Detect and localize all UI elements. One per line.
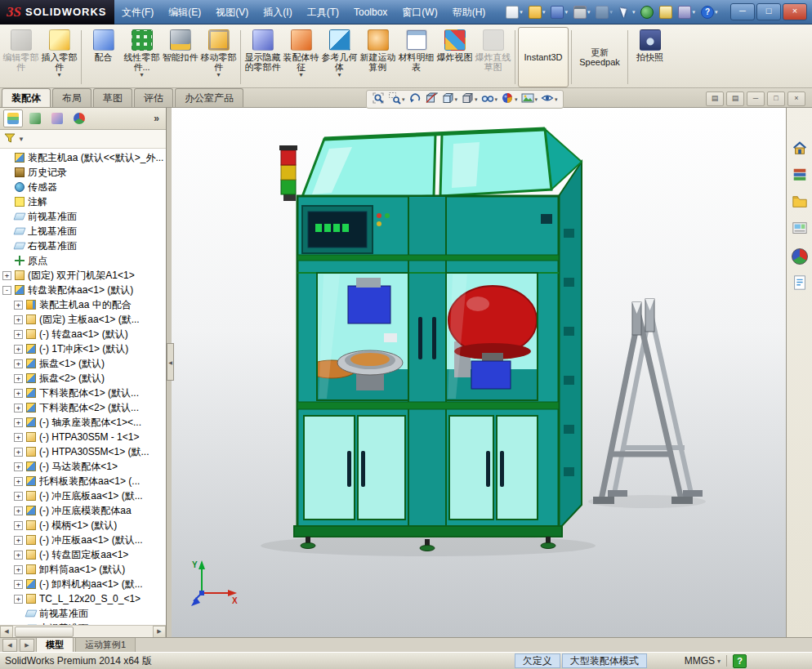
expand-toggle[interactable]: + bbox=[14, 418, 23, 427]
ribbon-assembly-features[interactable]: 装配体特征▾ bbox=[282, 27, 320, 87]
ribbon-take-snapshot[interactable]: 拍快照 bbox=[631, 27, 669, 87]
doc-restore-button[interactable]: □ bbox=[767, 91, 785, 106]
maximize-button[interactable]: □ bbox=[756, 3, 781, 20]
menu-item[interactable]: Toolbox bbox=[346, 0, 395, 25]
custom-properties-button[interactable] bbox=[789, 274, 810, 293]
ribbon-explode-line-sketch[interactable]: 爆炸直线草图 bbox=[474, 27, 512, 87]
ribbon-smart-fasteners[interactable]: 智能扣件 bbox=[161, 27, 199, 87]
expand-toggle[interactable]: + bbox=[14, 301, 23, 310]
scrollbar-thumb[interactable] bbox=[15, 627, 74, 637]
filter-dropdown-icon[interactable]: ▼ bbox=[18, 136, 25, 143]
undo-button[interactable]: ▾ bbox=[594, 5, 614, 20]
tree-item[interactable]: 上视基准面 bbox=[0, 224, 166, 239]
scroll-left-icon[interactable]: ◀ bbox=[0, 626, 13, 638]
tree-item[interactable]: 前视基准面 bbox=[0, 606, 166, 621]
configurationmanager-tab[interactable] bbox=[47, 109, 67, 127]
filter-icon[interactable] bbox=[4, 132, 16, 146]
expand-toggle[interactable]: + bbox=[14, 580, 23, 589]
command-tab[interactable]: 办公室产品 bbox=[175, 88, 243, 107]
expand-toggle[interactable]: + bbox=[14, 477, 23, 486]
machine-model[interactable] bbox=[261, 129, 596, 556]
ribbon-edit-component[interactable]: 编辑零部件 bbox=[2, 27, 40, 87]
tree-item[interactable]: 传感器 bbox=[0, 180, 166, 194]
tree-item[interactable]: +振盘<2> (默认) bbox=[0, 371, 166, 386]
design-library-button[interactable] bbox=[789, 166, 810, 185]
menu-item[interactable]: 文件(F) bbox=[114, 0, 161, 25]
section-view-button[interactable] bbox=[424, 91, 439, 108]
expand-toggle[interactable]: + bbox=[14, 536, 23, 545]
tree-item[interactable]: 原点 bbox=[0, 253, 166, 268]
tree-item[interactable]: 注解 bbox=[0, 194, 166, 209]
tree-item[interactable]: +(-) 冲压底模装配体aa bbox=[0, 503, 166, 518]
ribbon-show-hidden-components[interactable]: 显示隐藏的零部件 bbox=[243, 27, 282, 87]
menu-item[interactable]: 帮助(H) bbox=[445, 0, 493, 25]
view-palette-button[interactable] bbox=[789, 220, 810, 239]
expand-toggle[interactable]: + bbox=[14, 389, 23, 398]
propertymanager-tab[interactable] bbox=[25, 109, 45, 127]
ribbon-bill-of-materials[interactable]: 材料明细表 bbox=[397, 27, 435, 87]
a-frame-stand[interactable] bbox=[588, 299, 706, 508]
expand-toggle[interactable]: + bbox=[14, 448, 23, 457]
displaymanager-tab[interactable] bbox=[69, 109, 89, 127]
units-selector[interactable]: MMGS ▾ bbox=[685, 655, 721, 667]
tree-item[interactable]: 右视基准面 bbox=[0, 239, 166, 253]
view-orientation-button[interactable]: ▾ bbox=[440, 91, 459, 108]
tree-item[interactable]: +振盘<1> (默认) bbox=[0, 356, 166, 371]
tree-item[interactable]: +TC_L_12x20_S_0_<1> bbox=[0, 591, 166, 606]
zoom-fit-button[interactable] bbox=[371, 91, 386, 108]
pane-right-button[interactable]: ▤ bbox=[726, 91, 744, 106]
menu-item[interactable]: 工具(T) bbox=[300, 0, 346, 25]
command-tab[interactable]: 装配体 bbox=[2, 88, 51, 107]
display-style-button[interactable]: ▾ bbox=[460, 91, 479, 108]
new-document-button[interactable]: ▾ bbox=[504, 5, 524, 20]
menu-item[interactable]: 窗口(W) bbox=[395, 0, 444, 25]
pane-left-button[interactable]: ▤ bbox=[706, 91, 724, 106]
expand-toggle[interactable]: + bbox=[14, 374, 23, 383]
apply-scene-button[interactable]: ▾ bbox=[520, 91, 539, 108]
model-tab[interactable]: 模型 bbox=[36, 638, 74, 653]
rebuild-button[interactable] bbox=[639, 5, 655, 20]
command-tab[interactable]: 评估 bbox=[134, 88, 173, 107]
doc-minimize-button[interactable]: ─ bbox=[747, 91, 765, 106]
expand-toggle[interactable]: + bbox=[14, 345, 23, 354]
expand-toggle[interactable]: + bbox=[14, 404, 23, 413]
previous-view-button[interactable] bbox=[408, 91, 422, 108]
expand-toggle[interactable]: + bbox=[14, 359, 23, 368]
ribbon-insert-components[interactable]: 插入零部件▾ bbox=[40, 27, 78, 87]
menu-item[interactable]: 视图(V) bbox=[208, 0, 256, 25]
file-properties-button[interactable] bbox=[658, 5, 674, 20]
tab-scroll-button[interactable]: ▶ bbox=[20, 639, 34, 652]
ribbon-button[interactable]: Instant3D bbox=[518, 27, 569, 87]
appearances-scenes-button[interactable] bbox=[789, 247, 810, 266]
expand-toggle[interactable]: + bbox=[14, 315, 23, 324]
menu-item[interactable]: 插入(I) bbox=[256, 0, 299, 25]
tree-item[interactable]: +(-) 马达装配体<1> bbox=[0, 459, 166, 474]
open-button[interactable]: ▾ bbox=[527, 5, 547, 20]
ribbon-reference-geometry[interactable]: 参考几何体▾ bbox=[320, 27, 359, 87]
tree-item[interactable]: +装配主机aa 中的配合 bbox=[0, 297, 166, 312]
tree-item[interactable]: +(-) 冲压底板aa<1> (默... bbox=[0, 488, 166, 503]
doc-close-button[interactable]: × bbox=[787, 91, 805, 106]
tree-item[interactable]: +(-) HTPA30S5M<1> (默... bbox=[0, 444, 166, 459]
solidworks-resources-button[interactable] bbox=[789, 139, 810, 158]
tree-item[interactable]: 历史记录 bbox=[0, 165, 166, 180]
tree-item[interactable]: +托料板装配体aa<1> (... bbox=[0, 474, 166, 488]
scroll-right-icon[interactable]: ▶ bbox=[153, 626, 166, 638]
expand-toggle[interactable]: + bbox=[14, 462, 23, 471]
quick-tips-icon[interactable]: ? bbox=[733, 654, 747, 668]
expand-toggle[interactable]: + bbox=[14, 506, 23, 515]
tree-item[interactable]: +(-) 轴承座装配体<1><... bbox=[0, 415, 166, 430]
select-button[interactable]: ▾ bbox=[617, 5, 637, 20]
tree-item[interactable]: +(-) 冲压板aa<1> (默认... bbox=[0, 533, 166, 547]
tree-item[interactable]: -转盘装配体aa<1> (默认) bbox=[0, 283, 166, 297]
expand-toggle[interactable]: + bbox=[14, 595, 23, 604]
command-tab[interactable]: 布局 bbox=[52, 88, 91, 107]
tree-item[interactable]: +(-) 模柄<1> (默认) bbox=[0, 518, 166, 533]
close-button[interactable]: × bbox=[783, 3, 807, 20]
help-button[interactable]: ?▾ bbox=[699, 5, 720, 20]
tree-item[interactable]: +(-) HTPA30S5M - 1<1> bbox=[0, 430, 166, 444]
tree-item[interactable]: +(-) 转盘aa<1> (默认) bbox=[0, 327, 166, 341]
tree-item[interactable]: +(固定) 主板aa<1> (默... bbox=[0, 312, 166, 327]
tab-scroll-button[interactable]: ◀ bbox=[2, 639, 17, 652]
tree-item[interactable]: 前视基准面 bbox=[0, 209, 166, 224]
